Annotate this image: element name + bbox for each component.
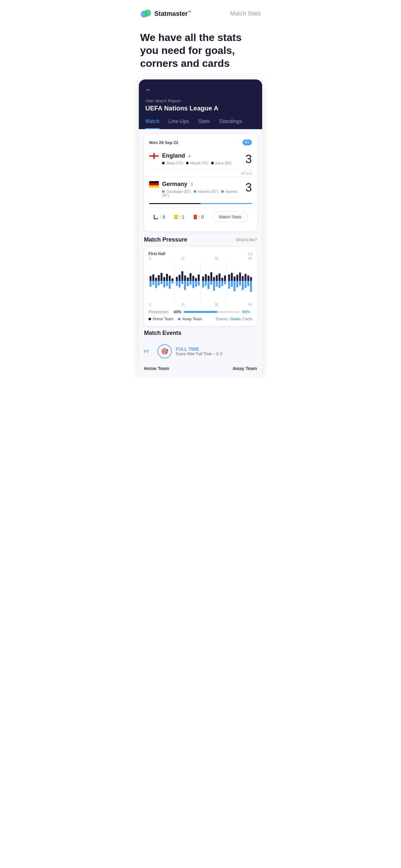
match-date: Mon 26 Sep 22 <box>149 140 178 145</box>
svg-rect-58 <box>195 281 197 287</box>
possession-row: Possession 40% 60% <box>149 310 252 314</box>
tab-match[interactable]: Match <box>145 119 159 129</box>
fulltime-event-row: FT 🎯 FULL TIME Score After Full Time – 3… <box>144 341 257 362</box>
away-legend-label: Away Team <box>182 317 202 321</box>
away-possession-pct: 60% <box>242 310 252 314</box>
ht-divider: HT 0-0 <box>149 170 252 177</box>
red-card-icon <box>194 215 197 219</box>
card-header: ← After Match Report UEFA Nations League… <box>139 80 262 129</box>
card-body: Mon 26 Sep 22 FT England 4 Shaw (72') Mo… <box>139 129 262 377</box>
app-header: Statmaster™ Match Stats <box>134 0 267 25</box>
legend-left: Home Team Away Team <box>149 317 202 321</box>
england-flag <box>149 153 159 159</box>
match-stats-button[interactable]: Match Stats <box>213 212 247 222</box>
events-cards-filter[interactable]: Cards <box>242 317 252 321</box>
svg-rect-10 <box>160 273 162 281</box>
tab-lineups[interactable]: Line-Ups <box>168 119 189 129</box>
back-button[interactable]: ← <box>145 86 152 93</box>
chart-bottom-30: 30 <box>215 303 218 306</box>
svg-rect-8 <box>155 278 157 281</box>
logo-text: Statmaster™ <box>154 10 191 18</box>
whats-this-link[interactable]: What's this? <box>236 238 257 242</box>
event-text: FULL TIME Score After Full Time – 3–3 <box>176 346 257 356</box>
svg-rect-31 <box>221 278 223 281</box>
possession-bar <box>184 311 240 313</box>
svg-rect-48 <box>166 281 168 286</box>
possession-label: Possession <box>149 310 168 314</box>
main-card: ← After Match Report UEFA Nations League… <box>139 80 262 377</box>
svg-point-1 <box>144 9 151 17</box>
home-team-number: 4 <box>188 153 191 159</box>
svg-rect-64 <box>213 281 215 290</box>
svg-rect-69 <box>228 281 230 289</box>
svg-rect-16 <box>179 275 181 281</box>
svg-rect-63 <box>211 281 212 285</box>
svg-rect-14 <box>172 278 174 281</box>
match-events-title: Match Events <box>144 330 257 337</box>
svg-rect-22 <box>195 278 197 281</box>
svg-rect-30 <box>219 274 220 281</box>
away-team-name: Germany <box>162 181 187 188</box>
home-legend-dot <box>149 318 151 320</box>
home-team-left: England 4 Shaw (72') Mount (75') Kane (8… <box>149 152 232 165</box>
svg-rect-50 <box>172 281 174 283</box>
corners-value: : 8 <box>160 214 165 220</box>
events-goals-filter[interactable]: Goals <box>230 317 241 321</box>
tab-standings[interactable]: Standings <box>219 119 242 129</box>
home-scorer-dot-2 <box>186 162 189 164</box>
svg-rect-42 <box>150 281 151 287</box>
home-score: 3 <box>245 152 252 166</box>
chart-x-0: 0 <box>149 257 151 260</box>
events-filter: Events: Goals Cards <box>216 317 252 321</box>
whistle-icon: 🎯 <box>161 348 168 355</box>
svg-rect-54 <box>184 281 186 290</box>
tab-stats[interactable]: Stats <box>198 119 210 129</box>
report-label: After Match Report <box>145 98 256 103</box>
svg-rect-15 <box>176 277 178 281</box>
home-scorers: Shaw (72') Mount (75') Kane (83') <box>149 161 232 165</box>
svg-rect-55 <box>187 281 189 286</box>
svg-rect-40 <box>247 275 249 281</box>
chart-bottom-0: 0 <box>149 303 151 306</box>
svg-rect-73 <box>239 281 241 285</box>
home-legend-item: Home Team <box>149 317 174 321</box>
red-value: : 0 <box>199 214 204 220</box>
stats-row: : 8 : 1 : 0 Match Stats <box>149 207 252 226</box>
svg-rect-32 <box>224 275 226 281</box>
svg-rect-70 <box>231 281 233 287</box>
svg-rect-20 <box>189 273 191 281</box>
svg-rect-75 <box>244 281 246 288</box>
svg-rect-52 <box>179 281 181 287</box>
svg-rect-24 <box>202 276 204 281</box>
ft-badge: FT <box>243 140 252 145</box>
svg-rect-74 <box>242 281 244 290</box>
home-team-row: England 4 Shaw (72') Mount (75') Kane (8… <box>149 150 252 168</box>
away-score: 3 <box>245 181 252 194</box>
home-possession-pct: 40% <box>171 310 181 314</box>
team-labels-row: Home Team Away Team <box>144 362 257 372</box>
header-title: Match Stats <box>230 10 261 17</box>
svg-rect-29 <box>216 275 218 281</box>
away-team-label: Away Team <box>233 366 257 371</box>
pressure-bar-chart <box>149 261 252 300</box>
match-events-section: Match Events FT 🎯 FULL TIME Score After … <box>144 330 257 372</box>
svg-rect-67 <box>221 281 223 286</box>
event-icon-circle: 🎯 <box>158 344 172 359</box>
home-legend-label: Home Team <box>153 317 174 321</box>
svg-rect-19 <box>187 277 189 281</box>
svg-rect-56 <box>189 281 191 285</box>
chart-x-45: 45 <box>248 257 252 260</box>
svg-rect-7 <box>152 275 154 281</box>
pressure-title: Match Pressure <box>144 237 187 243</box>
home-team-name-row: England 4 <box>149 152 232 159</box>
away-scorer-dot-3 <box>221 190 224 193</box>
svg-rect-62 <box>208 281 210 289</box>
away-legend-item: Away Team <box>178 317 202 321</box>
svg-rect-18 <box>184 275 186 281</box>
svg-rect-12 <box>166 274 168 281</box>
svg-rect-66 <box>219 281 220 288</box>
svg-rect-33 <box>228 275 230 281</box>
svg-rect-9 <box>158 275 160 281</box>
away-team-name-row: Germany 3 <box>149 181 245 188</box>
svg-rect-13 <box>169 276 171 281</box>
